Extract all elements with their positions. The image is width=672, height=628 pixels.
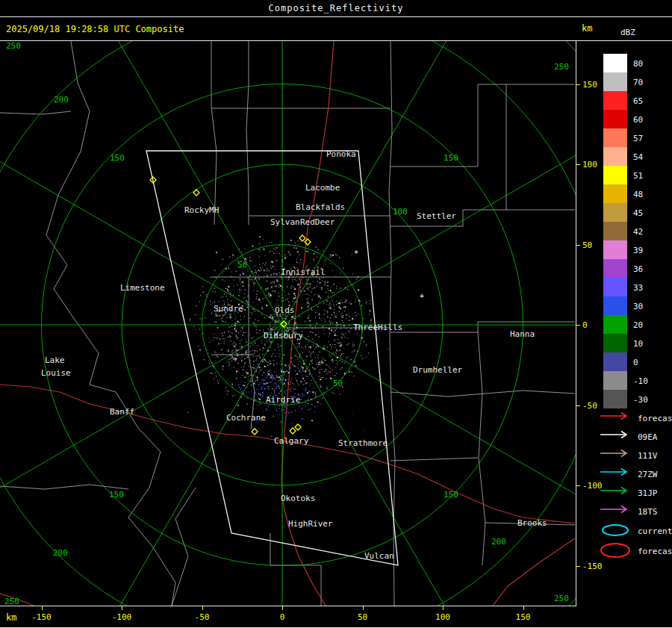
legend-area-current: current — [599, 520, 672, 541]
place-label-sylvan: Sylvan — [270, 217, 300, 227]
radar-site-marker — [252, 429, 258, 435]
titlebar: Composite_Reflectivity — [0, 0, 672, 17]
place-label-blackfalds: Blackfalds — [296, 202, 345, 212]
place-label-vulcan: Vulcan — [364, 551, 394, 561]
radar-site-marker — [305, 239, 311, 245]
y-tick-mark-50 — [576, 245, 580, 246]
dbz-level-row-57: 57 — [603, 128, 672, 147]
place-label-airdrie: Airdrie — [266, 395, 300, 405]
y-tick-mark-150 — [576, 84, 580, 85]
radar-site-marker — [290, 428, 296, 434]
range-label-250: 250 — [6, 41, 21, 51]
dbz-level-row-39: 39 — [603, 240, 672, 259]
dbz-level-row-48: 48 — [603, 184, 672, 203]
x-axis: km -150-100-50050100150 — [0, 606, 672, 628]
track-label: 111V — [638, 450, 658, 460]
dbz-value-label: 70 — [633, 77, 643, 87]
place-label-drumheller: Drumheller — [413, 365, 463, 375]
dbz-value-label: 30 — [633, 301, 643, 311]
dbz-value-label: 39 — [633, 245, 643, 255]
dbz-color-swatch — [603, 54, 627, 72]
radar-map-canvas[interactable]: 2502001505025015010050150200250150200250… — [0, 41, 576, 606]
dbz-value-label: 36 — [633, 264, 643, 273]
legend-track-18ts: 18TS — [599, 502, 672, 520]
place-label-reddeer: RedDeer — [300, 217, 335, 227]
track-arrow-icon — [599, 504, 635, 515]
place-label-didsbury: Didsbury — [264, 331, 303, 341]
range-label-100: 100 — [393, 207, 408, 217]
legend-track-09ea: 09EA — [599, 427, 672, 446]
dbz-level-row-10: 10 — [603, 334, 672, 352]
y-tick-label--150: -150 — [582, 561, 603, 571]
range-label-150: 150 — [444, 153, 458, 163]
dbz-value-label: 80 — [633, 58, 643, 68]
dbz-value-label: 0 — [633, 357, 638, 367]
x-tick-mark-0 — [282, 606, 283, 610]
dbz-color-swatch — [603, 334, 627, 352]
y-tick-mark-100 — [576, 164, 580, 165]
dbz-level-row-70: 70 — [603, 72, 672, 91]
radar-map[interactable]: 2502001505025015010050150200250150200250… — [0, 41, 576, 606]
y-tick-mark--50 — [576, 405, 580, 406]
dbz-value-label: 33 — [633, 282, 643, 292]
timestamp-label: 2025/09/18 19:28:58 UTC Composite — [6, 24, 184, 34]
track-legend: forecast09EA111V27ZW31JP18TScurrentforec… — [599, 408, 672, 561]
track-label: forecast — [638, 413, 672, 423]
legend-track-27zw: 27ZW — [599, 464, 672, 483]
place-label-olds: Olds — [275, 305, 295, 315]
dbz-value-label: -10 — [633, 376, 648, 385]
dbz-color-swatch — [603, 110, 627, 128]
dbz-color-swatch — [603, 222, 627, 240]
place-label-calgary: Calgary — [274, 436, 309, 446]
place-label-brooks: Brooks — [517, 518, 547, 528]
place-label-limestone: Limestone — [120, 283, 165, 293]
x-tick-mark-100 — [443, 606, 444, 610]
dbz-level-row-51: 51 — [603, 166, 672, 184]
infobar: 2025/09/18 19:28:58 UTC Composite km dBZ — [0, 17, 672, 41]
dbz-color-swatch — [603, 72, 627, 91]
place-label-lake: Lake — [45, 355, 65, 365]
dbz-level-row-33: 33 — [603, 278, 672, 296]
area-label: forecast — [638, 546, 672, 556]
dbz-color-swatch — [603, 296, 627, 315]
x-axis-unit-label: km — [6, 612, 16, 623]
place-label-rockymh: RockyMH — [184, 205, 219, 215]
dbz-level-row-65: 65 — [603, 91, 672, 110]
dbz-value-label: 57 — [633, 133, 643, 143]
dbz-color-swatch — [603, 352, 627, 371]
radar-site-marker — [295, 424, 301, 430]
dbz-color-swatch — [603, 147, 627, 166]
track-label: 09EA — [638, 432, 658, 441]
dbz-level-row-36: 36 — [603, 259, 672, 278]
legend-track-31jp: 31JP — [599, 483, 672, 502]
x-tick-label--100: -100 — [112, 612, 132, 622]
y-tick-label-50: 50 — [582, 240, 592, 249]
legend-track-111v: 111V — [599, 446, 672, 464]
range-label-150: 150 — [109, 490, 124, 500]
place-label-lacombe: Lacombe — [305, 183, 340, 193]
track-arrow-icon — [599, 429, 635, 441]
legend-area-forecast: forecast — [599, 541, 672, 561]
dbz-unit-label: dBZ — [620, 28, 635, 37]
dbz-level-row-20: 20 — [603, 315, 672, 334]
x-tick-label-100: 100 — [435, 612, 450, 622]
range-label-200: 200 — [54, 95, 69, 105]
place-label-louise: Louise — [41, 368, 71, 378]
x-tick-label-150: 150 — [516, 612, 531, 622]
area-label: current — [638, 526, 672, 535]
dbz-color-swatch — [603, 240, 627, 259]
range-label-250: 250 — [554, 62, 569, 72]
dbz-color-swatch — [603, 184, 627, 203]
dbz-level-row-60: 60 — [603, 110, 672, 128]
x-tick-mark-150 — [523, 606, 524, 610]
place-label-okotoks: Okotoks — [281, 494, 315, 503]
y-tick-mark--100 — [576, 485, 580, 486]
dbz-value-label: 48 — [633, 189, 643, 199]
x-tick-mark--50 — [202, 606, 203, 610]
window-title: Composite_Reflectivity — [269, 3, 404, 13]
range-label-50: 50 — [237, 260, 247, 270]
dbz-color-swatch — [603, 203, 627, 222]
place-label-strathmore: Strathmore — [338, 438, 388, 448]
x-tick-label-50: 50 — [358, 612, 367, 622]
dbz-color-swatch — [603, 371, 627, 390]
